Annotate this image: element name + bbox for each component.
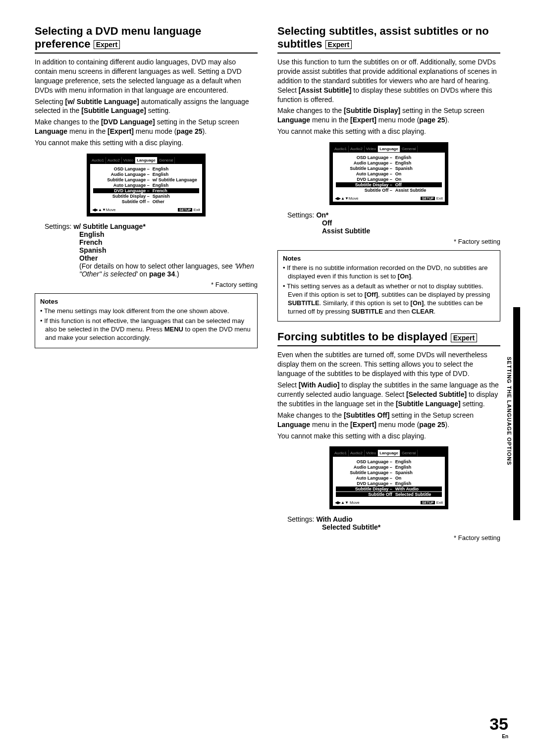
screen-row: DVD Language –English: [336, 481, 442, 486]
setup-button: SETUP: [178, 208, 192, 212]
screen-row: Auto Language –On: [336, 171, 442, 176]
s2-para3: You cannot make this setting with a disc…: [277, 127, 500, 136]
s2-para2: Make changes to the [Subtitle Display] s…: [277, 106, 500, 125]
s3-opt1: Selected Subtitle*: [322, 523, 500, 531]
page-language: En: [489, 734, 508, 739]
page-number: 35 En: [489, 714, 508, 739]
screen-row: Subtitle Display –Spanish: [93, 194, 199, 199]
s3-settings: Settings: With Audio Selected Subtitle*: [287, 515, 500, 531]
screen-row: Subtitle Language –Spanish: [336, 166, 442, 171]
screen-row: Subtitle Off –Assist Subtitle: [336, 188, 442, 193]
s1-opt4: Other: [79, 254, 258, 262]
s1-opt0: w/ Subtitle Language*: [73, 222, 145, 230]
osd-screen-1: Audio1 Audio2 Video Language General OSD…: [87, 154, 206, 216]
tab-language: Language: [135, 157, 158, 163]
tab-video: Video: [122, 157, 135, 163]
screen-footer: ◀▶▲▼Move SETUP Exit: [90, 207, 202, 213]
s1-para1: In addition to containing different audi…: [35, 57, 258, 95]
s1-opt1: English: [79, 230, 258, 238]
osd-screen-3: Audio1 Audio2 Video Language General OSD…: [329, 446, 448, 509]
s1-note1: The menu settings may look different fro…: [40, 307, 252, 316]
factory-note-1: * Factory setting: [35, 281, 258, 288]
screen-row: Subtitle Display –Off: [336, 182, 442, 187]
s3-opt0: With Audio: [316, 515, 352, 523]
s2-opt0: On*: [316, 211, 328, 219]
s1-settings: Settings: w/ Subtitle Language* English …: [45, 222, 258, 278]
expert-badge-2: Expert: [325, 40, 352, 49]
s1-para2: Make changes to the [DVD Language] setti…: [35, 117, 258, 136]
screen-row: OSD Language –English: [336, 155, 442, 160]
s2-note1: If there is no subtitle information reco…: [283, 264, 495, 281]
s3-para3: Make changes to the [Subtitles Off] sett…: [277, 411, 500, 430]
s2-para1: Use this function to turn the subtitles …: [277, 57, 500, 104]
chapter-label: SETTING THE LANGUAGE OPTIONS: [506, 357, 512, 465]
chapter-tab-bar: [513, 307, 520, 520]
screen-row: DVD Language –French: [93, 188, 199, 193]
screen-row: Subtitle Language –Spanish: [336, 470, 442, 475]
screen-row: Audio Language –English: [336, 465, 442, 470]
screen-row: Subtitle Off –Other: [93, 199, 199, 204]
screen-row: Audio Language –English: [93, 172, 199, 177]
section2-title-text: Selecting subtitles, assist subtitles or…: [277, 25, 489, 50]
tab-audio1: Audio1: [90, 157, 106, 163]
s3-para2: Select [With Audio] to display the subti…: [277, 380, 500, 409]
screen-tabs: Audio1 Audio2 Video Language General: [90, 157, 202, 164]
screen-row: Auto Language –English: [93, 183, 199, 188]
screen-row: DVD Language –On: [336, 177, 442, 182]
s2-settings: Settings: On* Off Assist Subtitle: [287, 211, 500, 235]
s1-opt3: Spanish: [79, 246, 258, 254]
s1-opt2: French: [79, 238, 258, 246]
notes-title: Notes: [40, 298, 252, 305]
s3-para4: You cannot make this setting with a disc…: [277, 432, 500, 441]
section2-title: Selecting subtitles, assist subtitles or…: [277, 25, 500, 54]
expert-badge: Expert: [94, 40, 120, 49]
factory-note-2: * Factory setting: [277, 238, 500, 245]
nav-icon: ◀▶▲▼: [92, 208, 106, 212]
screen-row: Audio Language –English: [336, 161, 442, 165]
s1-notes: Notes The menu settings may look differe…: [35, 293, 258, 348]
page-columns: Selecting a DVD menu language preference…: [35, 25, 500, 546]
screen-row: Subtitle Display –With Audio: [336, 486, 442, 491]
left-column: Selecting a DVD menu language preference…: [35, 25, 258, 546]
page-number-value: 35: [489, 714, 508, 734]
s1-other-detail: (For details on how to select other lang…: [79, 262, 258, 278]
settings-label: Settings:: [45, 222, 71, 230]
move-label: Move: [106, 208, 116, 212]
section3-title: Forcing subtitles to be displayed Expert: [277, 330, 500, 346]
right-column: Selecting subtitles, assist subtitles or…: [277, 25, 500, 546]
s2-note2: This setting serves as a default as whet…: [283, 282, 495, 316]
section3-title-text: Forcing subtitles to be displayed: [277, 330, 448, 343]
screen-row: OSD Language –English: [93, 166, 199, 171]
factory-note-3: * Factory setting: [277, 534, 500, 541]
s2-opt1: Off: [322, 219, 500, 227]
screen-row: OSD Language –English: [336, 459, 442, 464]
screen-row: Subtitle OffSelected Subtitle: [336, 492, 442, 497]
s1-para1b: Selecting [w/ Subtitle Language] automat…: [35, 97, 258, 116]
s2-notes: Notes If there is no subtitle informatio…: [277, 250, 500, 322]
tab-general: General: [158, 157, 175, 163]
s1-para3: You cannot make this setting with a disc…: [35, 138, 258, 148]
screen-row: Auto Language –On: [336, 476, 442, 481]
exit-label: Exit: [194, 208, 200, 212]
expert-badge-3: Expert: [451, 333, 478, 342]
s3-para1: Even when the subtitles are turned off, …: [277, 350, 500, 378]
s1-note2: If this function is not effective, the l…: [40, 317, 252, 342]
osd-screen-2: Audio1 Audio2 Video Language General OSD…: [329, 142, 448, 205]
section1-title: Selecting a DVD menu language preference…: [35, 25, 258, 54]
screen-row: Subtitle Language –w/ Subtitle Language: [93, 177, 199, 182]
tab-audio2: Audio2: [106, 157, 122, 163]
s2-opt2: Assist Subtitle: [322, 227, 500, 235]
